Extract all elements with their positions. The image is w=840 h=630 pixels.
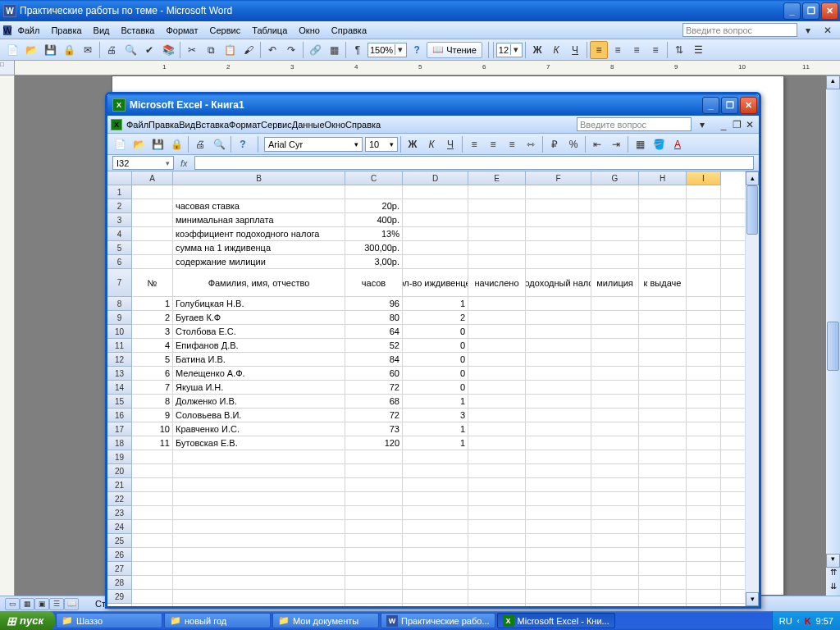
cell-A10[interactable]: 3	[132, 325, 173, 339]
cell-A12[interactable]: 5	[132, 353, 173, 367]
cell-A18[interactable]: 11	[132, 436, 173, 450]
word-menu-tools[interactable]: Сервис	[203, 23, 246, 38]
cell-B14[interactable]: Якуша И.Н.	[173, 381, 345, 395]
fx-icon[interactable]: fx	[180, 158, 188, 168]
row-header-13[interactable]: 13	[107, 367, 132, 381]
ex-align-left-icon[interactable]: ≡	[465, 135, 483, 153]
cell-B12[interactable]: Батина И.В.	[173, 353, 345, 367]
ex-save-icon[interactable]: 💾	[148, 135, 167, 153]
word-help-search[interactable]	[682, 23, 797, 37]
print-icon[interactable]: 🖨	[103, 41, 121, 59]
clock[interactable]: 9:57	[816, 616, 833, 626]
taskbar-item-0[interactable]: 📁Шаззо	[56, 613, 162, 628]
excel-menu-view[interactable]: Вид	[179, 120, 195, 130]
word-scroll-thumb[interactable]	[827, 322, 839, 371]
taskbar-item-1[interactable]: 📁новый год	[164, 613, 271, 628]
excel-menu-data[interactable]: Данные	[292, 120, 325, 130]
row-header-29[interactable]: 29	[107, 590, 132, 604]
cell-A11[interactable]: 4	[132, 339, 173, 353]
word-mdi-close-icon[interactable]: ✕	[819, 21, 837, 39]
col-header-H[interactable]: H	[639, 171, 687, 185]
word-menu-file[interactable]: Файл	[11, 23, 45, 38]
ex-new-icon[interactable]: 📄	[111, 135, 129, 153]
excel-help-search[interactable]	[577, 117, 692, 131]
cell-B9[interactable]: Бугаев К.Ф	[173, 311, 345, 325]
word-doc-icon[interactable]: W	[3, 25, 11, 35]
format-painter-icon[interactable]: 🖌	[240, 41, 258, 59]
word-menu-view[interactable]: Вид	[88, 23, 116, 38]
taskbar-item-2[interactable]: 📁Мои документы	[272, 613, 379, 628]
new-doc-icon[interactable]: 📄	[3, 41, 21, 59]
cell-C5[interactable]: 300,00р.	[345, 241, 403, 255]
cell-C14[interactable]: 72	[345, 381, 403, 395]
excel-vscrollbar[interactable]: ▴▾	[745, 171, 759, 606]
ex-italic-icon[interactable]: К	[422, 135, 441, 153]
cell-C10[interactable]: 64	[345, 325, 403, 339]
word-minimize-button[interactable]: _	[783, 2, 801, 20]
cell-A9[interactable]: 2	[132, 311, 173, 325]
row-header-28[interactable]: 28	[107, 576, 132, 590]
excel-menu-tools[interactable]: Сервис	[261, 120, 292, 130]
col-header-D[interactable]: D	[403, 171, 468, 185]
row-header-7[interactable]: 7	[107, 269, 132, 297]
mail-icon[interactable]: ✉	[79, 41, 97, 59]
cell-D16[interactable]: 3	[403, 409, 468, 422]
excel-menu-insert[interactable]: Вставка	[195, 120, 229, 130]
row-header-9[interactable]: 9	[107, 311, 132, 325]
cell-A13[interactable]: 6	[132, 367, 173, 381]
underline-icon[interactable]: Ч	[566, 41, 584, 59]
cell-B4[interactable]: коэффициент подоходного налога	[173, 227, 345, 241]
cell-B15[interactable]: Долженко И.В.	[173, 395, 345, 409]
cell-C15[interactable]: 68	[345, 395, 403, 409]
cell-B8[interactable]: Голубицкая Н.В.	[173, 297, 345, 311]
cell-C4[interactable]: 13%	[345, 227, 403, 241]
row-header-10[interactable]: 10	[107, 325, 132, 339]
permission-icon[interactable]: 🔒	[60, 41, 78, 59]
scroll-up-icon[interactable]: ▴	[746, 171, 759, 185]
cell-D9[interactable]: 2	[403, 311, 468, 325]
excel-help-dropdown-icon[interactable]: ▾	[693, 116, 711, 134]
ex-font-combo[interactable]: Arial Cyr▾	[264, 137, 363, 152]
bold-icon[interactable]: Ж	[528, 41, 546, 59]
row-header-14[interactable]: 14	[107, 381, 132, 395]
research-icon[interactable]: 📚	[159, 41, 177, 59]
ex-indent-dec-icon[interactable]: ⇤	[588, 135, 606, 153]
row-header-22[interactable]: 22	[107, 492, 132, 506]
taskbar-item-4[interactable]: XMicrosoft Excel - Кни...	[497, 613, 615, 628]
word-menu-edit[interactable]: Правка	[45, 23, 87, 38]
excel-maximize-button[interactable]: ❐	[721, 97, 738, 114]
row-header-25[interactable]: 25	[107, 534, 132, 548]
cell-A16[interactable]: 9	[132, 409, 173, 422]
show-marks-icon[interactable]: ¶	[349, 41, 367, 59]
row-header-26[interactable]: 26	[107, 548, 132, 562]
cell-B10[interactable]: Столбова Е.С.	[173, 325, 345, 339]
word-scroll-up-icon[interactable]: ▴	[826, 75, 840, 89]
excel-close-button[interactable]: ✕	[740, 97, 757, 114]
cell-B7[interactable]: Фамилия, имя, отчество	[173, 269, 345, 297]
row-header-8[interactable]: 8	[107, 297, 132, 311]
cell-C2[interactable]: 20р.	[345, 199, 403, 213]
row-header-2[interactable]: 2	[107, 199, 132, 213]
line-spacing-icon[interactable]: ⇅	[670, 41, 688, 59]
cell-D15[interactable]: 1	[403, 395, 468, 409]
cell-B18[interactable]: Бутовская Е.В.	[173, 436, 345, 450]
row-header-24[interactable]: 24	[107, 520, 132, 534]
cell-C17[interactable]: 73	[345, 422, 403, 436]
word-menu-insert[interactable]: Вставка	[116, 23, 161, 38]
cell-A7[interactable]: №	[132, 269, 173, 297]
align-left-icon[interactable]: ≡	[590, 41, 608, 59]
cell-C18[interactable]: 120	[345, 436, 403, 450]
print-view-icon[interactable]: ▣	[34, 598, 49, 610]
cell-C12[interactable]: 84	[345, 353, 403, 367]
cell-A17[interactable]: 10	[132, 422, 173, 436]
cell-H7[interactable]: к выдаче	[639, 269, 687, 297]
align-justify-icon[interactable]: ≡	[646, 41, 664, 59]
cell-B5[interactable]: сумма на 1 иждивенца	[173, 241, 345, 255]
row-header-16[interactable]: 16	[107, 409, 132, 422]
cell-D13[interactable]: 0	[403, 367, 468, 381]
word-vertical-ruler[interactable]	[0, 75, 15, 596]
spellcheck-icon[interactable]: ✔	[140, 41, 158, 59]
excel-menu-format[interactable]: Формат	[229, 120, 261, 130]
cell-D11[interactable]: 0	[403, 339, 468, 353]
row-header-20[interactable]: 20	[107, 464, 132, 478]
